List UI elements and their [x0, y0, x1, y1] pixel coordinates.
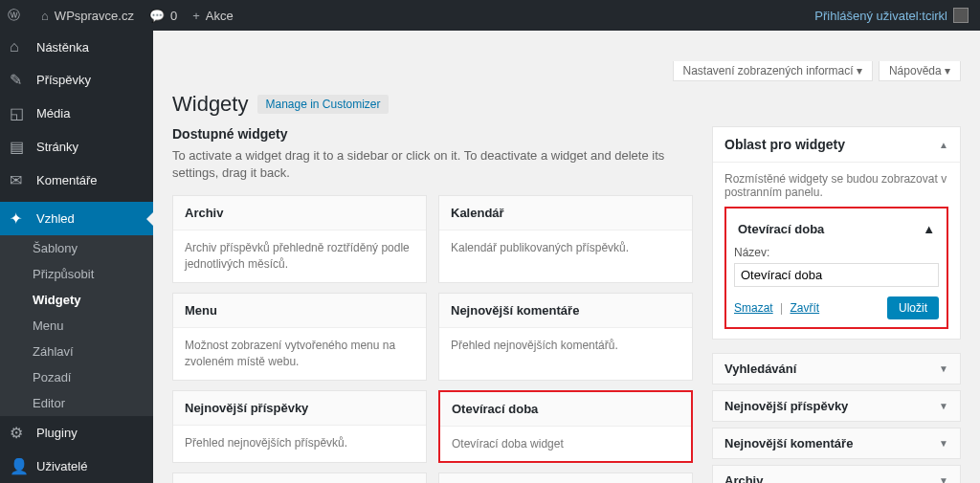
- widget-rss[interactable]: RSSMožnost zobrazení příspěvků z libovol…: [172, 472, 427, 483]
- new-content-item[interactable]: +Akce: [185, 0, 241, 31]
- menu-item-uživatelé[interactable]: 👤Uživatelé: [0, 450, 153, 483]
- widget-otevírací-doba[interactable]: Otevírací dobaOtevírací doba widget: [438, 390, 693, 464]
- title-input[interactable]: [734, 263, 939, 287]
- widget-desc: Možnost zobrazení vytvořeného menu na zv…: [173, 328, 426, 380]
- chevron-up-icon: ▲: [939, 140, 948, 150]
- widget-kalendář[interactable]: KalendářKalendář publikovaných příspěvků…: [438, 195, 693, 283]
- widget-menu[interactable]: MenuMožnost zobrazení vytvořeného menu n…: [172, 293, 427, 381]
- home-icon: ⌂: [41, 9, 49, 23]
- widget-desc: Přehled nejnovějších komentářů.: [439, 328, 692, 363]
- widget-area-desc: Rozmístěné widgety se budou zobrazovat v…: [724, 172, 948, 199]
- submenu-item-záhlaví[interactable]: Záhlaví: [0, 339, 153, 364]
- collapsed-widgets-list: Vyhledávání▼Nejnovější příspěvky▼Nejnově…: [712, 353, 961, 483]
- menu-item-komentáře[interactable]: ✉Komentáře: [0, 164, 153, 197]
- chevron-down-icon: ▼: [939, 438, 948, 449]
- menu-icon: 👤: [10, 457, 29, 475]
- chevron-down-icon: ▼: [939, 363, 948, 374]
- widget-area-title: Oblast pro widgety: [724, 137, 845, 152]
- collapsed-widget-archiv[interactable]: Archiv▼: [712, 465, 961, 483]
- submenu-item-menu[interactable]: Menu: [0, 313, 153, 339]
- widget-nejnovější-příspěvky[interactable]: Nejnovější příspěvkyPřehled nejnovějších…: [172, 390, 427, 464]
- available-widgets-grid: ArchivArchiv příspěvků přehledně roztříd…: [172, 195, 693, 483]
- manage-customizer-button[interactable]: Manage in Customizer: [257, 95, 388, 114]
- appearance-icon: ✦: [10, 209, 29, 228]
- submenu-item-šablony[interactable]: Šablony: [0, 235, 153, 261]
- user-menu[interactable]: Přihlášený uživatel: tcirkl: [807, 0, 976, 31]
- chevron-up-icon[interactable]: ▲: [923, 222, 935, 236]
- admin-sidebar: ⌂Nástěnka✎Příspěvky◱Média▤Stránky✉Koment…: [0, 31, 153, 483]
- submenu-item-widgety[interactable]: Widgety: [0, 287, 153, 313]
- page-title: Widgety: [172, 92, 248, 117]
- widget-nejnovější-komentáře[interactable]: Nejnovější komentářePřehled nejnovějších…: [438, 293, 693, 381]
- menu-item-vzhled[interactable]: ✦Vzhled: [0, 202, 153, 235]
- site-name-item[interactable]: ⌂WPspravce.cz: [33, 0, 142, 31]
- widget-desc: Archiv příspěvků přehledně roztříděný po…: [173, 231, 426, 282]
- comments-item[interactable]: 💬0: [142, 0, 185, 31]
- menu-item-nástěnka[interactable]: ⌂Nástěnka: [0, 31, 153, 63]
- menu-icon: ⚙: [10, 424, 29, 442]
- widget-title: Otevírací doba: [440, 392, 691, 427]
- widget-title: Kalendář: [439, 196, 692, 231]
- menu-item-pluginy[interactable]: ⚙Pluginy: [0, 416, 153, 450]
- menu-item-příspěvky[interactable]: ✎Příspěvky: [0, 63, 153, 97]
- open-widget-oteviraci-doba: Otevírací doba ▲ Název: Smazat | Zavřít: [724, 207, 948, 329]
- user-prefix: Přihlášený uživatel:: [814, 9, 922, 23]
- content-wrap: Nastavení zobrazených informací ▾ Nápově…: [153, 31, 980, 483]
- widget-title: Archiv: [173, 196, 426, 231]
- available-widgets-heading: Dostupné widgety: [172, 126, 693, 142]
- widget-desc: Kalendář publikovaných příspěvků.: [439, 231, 692, 266]
- menu-icon: ⌂: [10, 38, 29, 55]
- menu-icon: ▤: [10, 138, 29, 156]
- submenu-item-pozadí[interactable]: Pozadí: [0, 364, 153, 390]
- comments-count: 0: [170, 9, 177, 23]
- title-field-label: Název:: [734, 246, 939, 259]
- submenu-item-editor[interactable]: Editor: [0, 390, 153, 416]
- screen-options-tab[interactable]: Nastavení zobrazených informací ▾: [673, 61, 873, 81]
- widget-desc: Otevírací doba widget: [440, 427, 691, 462]
- admin-bar: ⓦ ⌂WPspravce.cz 💬0 +Akce Přihlášený uživ…: [0, 0, 980, 31]
- collapsed-widget-vyhledávání[interactable]: Vyhledávání▼: [712, 353, 961, 384]
- widget-title: Nejnovější komentáře: [439, 294, 692, 328]
- widget-title: RSS: [173, 473, 426, 483]
- help-tab[interactable]: Nápověda ▾: [879, 61, 961, 81]
- menu-icon: ◱: [10, 104, 29, 122]
- menu-icon: ✉: [10, 171, 29, 189]
- site-name: WPspravce.cz: [55, 9, 134, 23]
- open-widget-title: Otevírací doba: [738, 222, 824, 236]
- new-label: Akce: [206, 9, 234, 23]
- widget-area-header[interactable]: Oblast pro widgety ▲: [713, 127, 960, 163]
- save-button[interactable]: Uložit: [887, 296, 939, 319]
- available-widgets-help: To activate a widget drag it to a sideba…: [172, 147, 693, 182]
- collapsed-widget-nejnovější-komentáře[interactable]: Nejnovější komentáře▼: [712, 428, 961, 459]
- widget-title: Nejnovější příspěvky: [173, 391, 426, 426]
- plus-icon: +: [192, 9, 200, 23]
- collapsed-widget-nejnovější-příspěvky[interactable]: Nejnovější příspěvky▼: [712, 390, 961, 422]
- widget-title: Rubriky: [439, 473, 692, 483]
- avatar: [953, 8, 969, 23]
- delete-link[interactable]: Smazat: [734, 301, 773, 315]
- menu-icon: ✎: [10, 71, 29, 89]
- widget-rubriky[interactable]: RubrikyPřehled rubrik v podobě seznamu n…: [438, 472, 693, 483]
- comment-icon: 💬: [149, 9, 165, 23]
- widget-title: Menu: [173, 294, 426, 328]
- widget-archiv[interactable]: ArchivArchiv příspěvků přehledně roztříd…: [172, 195, 427, 283]
- widget-area-panel: Oblast pro widgety ▲ Rozmístěné widgety …: [712, 126, 961, 340]
- user-name: tcirkl: [922, 9, 947, 23]
- chevron-down-icon: ▼: [939, 475, 948, 483]
- chevron-down-icon: ▼: [939, 401, 948, 411]
- widget-desc: Přehled nejnovějších příspěvků.: [173, 426, 426, 461]
- menu-item-média[interactable]: ◱Média: [0, 97, 153, 130]
- submenu-item-přizpůsobit[interactable]: Přizpůsobit: [0, 261, 153, 287]
- close-link[interactable]: Zavřít: [791, 301, 820, 315]
- menu-item-stránky[interactable]: ▤Stránky: [0, 130, 153, 164]
- wp-logo[interactable]: ⓦ: [0, 0, 33, 31]
